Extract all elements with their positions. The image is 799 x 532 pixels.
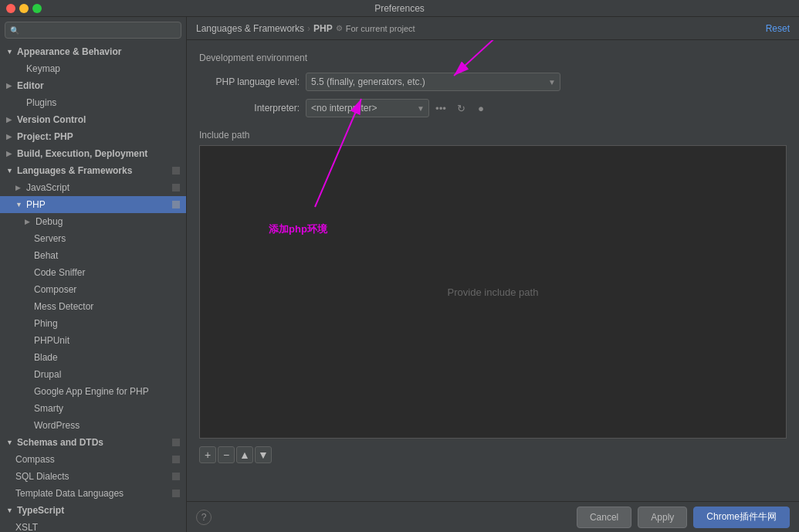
interpreter-refresh-button[interactable]: ↻	[452, 100, 469, 117]
sidebar-item-label: Languages & Frameworks	[17, 165, 132, 176]
sidebar-item-keymap[interactable]: Keymap	[0, 60, 186, 77]
sidebar-item-code-sniffer[interactable]: Code Sniffer	[0, 264, 186, 281]
sidebar-item-label: Project: PHP	[17, 131, 73, 142]
arrow-icon: ▶	[25, 218, 36, 225]
sidebar-item-appearance-behavior[interactable]: ▼ Appearance & Behavior	[0, 43, 186, 60]
move-down-button[interactable]: ▼	[255, 446, 272, 463]
search-box[interactable]: 🔍	[5, 22, 181, 39]
sidebar-item-phing[interactable]: Phing	[0, 315, 186, 332]
sidebar-item-label: Mess Detector	[34, 301, 93, 312]
sidebar-item-label: Smarty	[34, 403, 63, 414]
edit-badge	[171, 165, 181, 176]
refresh-icon: ↻	[457, 103, 466, 114]
breadcrumb-separator: ›	[307, 23, 310, 34]
arrow-icon: ▼	[15, 201, 26, 208]
sidebar-item-label: Composer	[34, 284, 76, 295]
include-path-box: Provide include path	[199, 145, 787, 439]
sidebar-item-phpunit[interactable]: PHPUnit	[0, 332, 186, 349]
remove-path-button[interactable]: −	[218, 446, 235, 463]
arrow-icon: ▶	[6, 116, 17, 124]
reset-button[interactable]: Reset	[766, 23, 790, 34]
cancel-button[interactable]: Cancel	[577, 507, 631, 528]
traffic-lights	[6, 4, 42, 13]
sidebar-item-servers[interactable]: Servers	[0, 230, 186, 247]
sidebar-item-label: Plugins	[26, 97, 56, 108]
sidebar-item-version-control[interactable]: ▶ Version Control	[0, 111, 186, 128]
php-level-select[interactable]: 5.3 5.4 5.5 (finally, generators, etc.) …	[306, 73, 560, 91]
interpreter-info-button[interactable]: ●	[472, 100, 489, 117]
sidebar-item-javascript[interactable]: ▶ JavaScript	[0, 179, 186, 196]
sidebar-item-label: Blade	[34, 352, 58, 363]
edit-badge	[171, 471, 181, 482]
svg-rect-3	[172, 439, 180, 446]
bottom-left: ?	[196, 510, 212, 525]
window-title: Preferences	[374, 3, 425, 14]
search-input[interactable]	[22, 25, 176, 36]
sidebar-item-blade[interactable]: Blade	[0, 349, 186, 366]
interpreter-select-wrapper: <no interpreter> ▼	[306, 99, 429, 117]
svg-rect-1	[172, 184, 180, 191]
sidebar-item-drupal[interactable]: Drupal	[0, 366, 186, 383]
breadcrumb-part1: Languages & Frameworks	[196, 23, 304, 34]
sidebar-item-label: TypeScript	[17, 505, 64, 516]
sidebar-item-google-app-engine[interactable]: Google App Engine for PHP	[0, 383, 186, 400]
sidebar-item-label: Debug	[36, 216, 63, 227]
apply-button[interactable]: Apply	[638, 507, 687, 528]
search-icon: 🔍	[10, 26, 19, 35]
bottom-bar: ? Cancel Apply Chrome插件牛网	[187, 501, 799, 532]
sidebar-item-compass[interactable]: Compass	[0, 451, 186, 468]
sidebar-item-label: Behat	[34, 250, 58, 261]
svg-rect-4	[172, 456, 180, 463]
sidebar-item-label: Build, Execution, Deployment	[17, 148, 147, 159]
arrow-icon: ▼	[6, 48, 17, 56]
sidebar-item-smarty[interactable]: Smarty	[0, 400, 186, 417]
info-icon: ●	[478, 103, 484, 114]
sidebar-item-editor[interactable]: ▶ Editor	[0, 77, 186, 94]
svg-rect-2	[172, 201, 180, 208]
breadcrumb-sub: For current project	[346, 24, 415, 33]
interpreter-select[interactable]: <no interpreter>	[306, 99, 429, 117]
minimize-button[interactable]	[19, 4, 29, 13]
sidebar-item-composer[interactable]: Composer	[0, 281, 186, 298]
sidebar-item-label: PHPUnit	[34, 335, 69, 346]
php-level-control: 5.3 5.4 5.5 (finally, generators, etc.) …	[306, 73, 560, 91]
maximize-button[interactable]	[32, 4, 42, 13]
sidebar-item-wordpress[interactable]: WordPress	[0, 417, 186, 434]
svg-rect-6	[172, 490, 180, 497]
interpreter-label: Interpreter:	[199, 103, 300, 114]
arrow-icon: ▼	[6, 507, 17, 514]
sidebar-item-schemas-dtds[interactable]: ▼ Schemas and DTDs	[0, 434, 186, 451]
sidebar-item-debug[interactable]: ▶ Debug	[0, 213, 186, 230]
sidebar-item-languages-frameworks[interactable]: ▼ Languages & Frameworks	[0, 162, 186, 179]
arrow-icon: ▶	[6, 82, 17, 90]
move-up-button[interactable]: ▲	[236, 446, 253, 463]
content-header: Languages & Frameworks › PHP ⚙ For curre…	[187, 17, 799, 40]
sidebar-item-xslt[interactable]: XSLT	[0, 519, 186, 532]
add-path-button[interactable]: +	[199, 446, 216, 463]
section-title: Development environment	[199, 53, 787, 63]
sidebar-item-label: SQL Dialects	[15, 471, 69, 482]
arrow-icon: ▼	[6, 439, 17, 446]
sidebar-item-project-php[interactable]: ▶ Project: PHP	[0, 128, 186, 145]
help-button[interactable]: ?	[196, 510, 212, 525]
sidebar-item-typescript[interactable]: ▼ TypeScript	[0, 502, 186, 519]
content-area: Languages & Frameworks › PHP ⚙ For curre…	[187, 17, 799, 532]
sidebar-item-php[interactable]: ▼ PHP	[0, 196, 186, 213]
sidebar-item-plugins[interactable]: Plugins	[0, 94, 186, 111]
arrow-icon: ▶	[6, 133, 17, 141]
sidebar-item-label: XSLT	[15, 522, 38, 532]
sidebar-item-label: Schemas and DTDs	[17, 437, 103, 448]
sidebar-item-build-exec[interactable]: ▶ Build, Execution, Deployment	[0, 145, 186, 162]
ok-button[interactable]: Chrome插件牛网	[693, 507, 790, 528]
edit-badge	[171, 199, 181, 210]
sidebar-item-sql-dialects[interactable]: SQL Dialects	[0, 468, 186, 485]
sidebar-item-behat[interactable]: Behat	[0, 247, 186, 264]
sidebar-item-mess-detector[interactable]: Mess Detector	[0, 298, 186, 315]
sidebar-item-template-data[interactable]: Template Data Languages	[0, 485, 186, 502]
close-button[interactable]	[6, 4, 15, 13]
sidebar-item-label: Editor	[17, 80, 44, 91]
sidebar-item-label: Version Control	[17, 114, 86, 125]
sidebar-tree: ▼ Appearance & Behavior Keymap ▶ Editor …	[0, 43, 186, 532]
interpreter-more-button[interactable]: •••	[432, 100, 449, 117]
svg-rect-0	[172, 167, 180, 175]
